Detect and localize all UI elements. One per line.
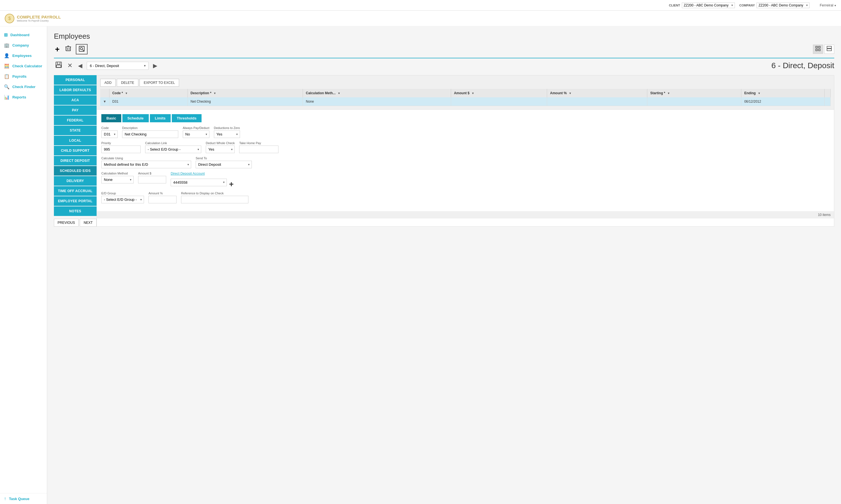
record-title: 6 - Direct, Deposit — [771, 61, 834, 70]
amount-pct-input[interactable] — [149, 196, 176, 203]
tab-schedule[interactable]: Schedule — [122, 114, 149, 122]
list-view-button[interactable] — [824, 44, 834, 54]
sidebar-item-label: Reports — [12, 95, 26, 99]
calc-method-select[interactable]: None Fixed Amount Percentage — [101, 176, 134, 183]
col-description: Description * ▼ — [188, 89, 303, 97]
dd-account-select[interactable]: 4445558 — [171, 179, 227, 186]
add-dd-account-button[interactable]: + — [229, 180, 234, 188]
sidebar-item-employees[interactable]: 👤 Employees — [0, 51, 47, 61]
subnav-labor-defaults[interactable]: LABOR DEFAULTS — [54, 85, 97, 95]
sidebar: ⊞ Dashboard 🏢 Company 👤 Employees 🧮 Chec… — [0, 26, 47, 504]
amount-dollar-input[interactable] — [138, 176, 166, 183]
record-selector-wrap[interactable]: 6 - Direct, Deposit — [87, 62, 149, 70]
col-starting: Starting * ▼ — [647, 89, 741, 97]
sidebar-item-reports[interactable]: 📊 Reports — [0, 92, 47, 102]
form-group-amount-dollar: Amount $ — [138, 172, 166, 183]
calc-link-select[interactable]: - Select E/D Group - — [145, 146, 201, 153]
deductions-zero-select[interactable]: Yes No — [214, 130, 240, 138]
form-group-dd-account: Direct Deposit Account 4445558 + — [171, 172, 238, 188]
description-input[interactable] — [122, 130, 178, 138]
client-select[interactable]: ZZ200 - ABC Demo Company — [682, 2, 735, 8]
amt-pct-filter-icon[interactable]: ▼ — [569, 92, 571, 95]
row-code: D31 — [109, 97, 188, 106]
svg-rect-12 — [816, 49, 818, 51]
cancel-button[interactable]: ✕ — [66, 61, 73, 70]
table-add-button[interactable]: ADD — [100, 79, 116, 87]
user-menu[interactable]: Ferreiral — [820, 3, 837, 7]
table-row[interactable]: ▼ D31 Net Checking None 06/12/2012 — [100, 97, 830, 106]
subnav-employee-portal[interactable]: EMPLOYEE PORTAL — [54, 196, 97, 206]
form-row-2: Priority Calculation Link - Select E/D G… — [101, 141, 829, 153]
logo-sub: Welcome To Payroll Country — [17, 19, 61, 22]
form-group-deduct-whole: Deduct Whole Check Yes No — [206, 141, 235, 153]
company-select[interactable]: ZZ200 - ABC Demo Company — [756, 2, 810, 8]
scroll-col — [825, 89, 830, 97]
record-select[interactable]: 6 - Direct, Deposit — [87, 62, 149, 70]
sidebar-item-check-calculator[interactable]: 🧮 Check Calculator — [0, 61, 47, 71]
deduct-whole-select[interactable]: Yes No — [206, 146, 235, 153]
always-pay-select[interactable]: No Yes — [183, 130, 209, 138]
code-label: Code — [101, 126, 118, 130]
subnav-aca[interactable]: ACA — [54, 95, 97, 105]
take-home-label: Take Home Pay — [239, 141, 278, 145]
subnav-notes[interactable]: NOTES — [54, 206, 97, 216]
ref-display-input[interactable] — [181, 196, 248, 203]
sub-nav: PERSONAL LABOR DEFAULTS ACA PAY FEDERAL … — [54, 75, 97, 227]
sidebar-item-company[interactable]: 🏢 Company — [0, 40, 47, 51]
starting-filter-icon[interactable]: ▼ — [667, 92, 670, 95]
toolbar: + — [54, 44, 834, 58]
prev-record-button[interactable]: ◀ — [76, 62, 84, 70]
search-button[interactable] — [76, 44, 88, 54]
save-button[interactable] — [54, 60, 64, 71]
code-filter-icon[interactable]: ▼ — [125, 92, 128, 95]
grid-view-button[interactable] — [813, 44, 823, 54]
table-export-button[interactable]: EXPORT TO EXCEL — [139, 79, 179, 87]
form-group-calc-method: Calculation Method None Fixed Amount Per… — [101, 172, 134, 183]
subnav-pay[interactable]: PAY — [54, 106, 97, 115]
desc-filter-icon[interactable]: ▼ — [213, 92, 216, 95]
subnav-local[interactable]: LOCAL — [54, 136, 97, 145]
next-record-button[interactable]: ▶ — [151, 62, 159, 70]
tab-basic[interactable]: Basic — [101, 114, 121, 122]
code-select[interactable]: D31 — [101, 130, 118, 138]
subnav-child-support[interactable]: CHILD SUPPORT — [54, 146, 97, 156]
priority-input[interactable] — [101, 146, 141, 153]
sidebar-item-check-finder[interactable]: 🔍 Check Finder — [0, 82, 47, 92]
form-group-send-to: Send To Direct Deposit Check — [196, 157, 252, 168]
subnav-delivery[interactable]: DELIVERY — [54, 176, 97, 186]
send-to-label: Send To — [196, 157, 252, 160]
tab-limits[interactable]: Limits — [150, 114, 171, 122]
sidebar-item-payrolls[interactable]: 📋 Payrolls — [0, 71, 47, 82]
amount-pct-label: Amount % — [149, 192, 176, 195]
always-pay-label: Always Pay/Deduct — [183, 126, 209, 130]
company-selector[interactable]: COMPANY ZZ200 - ABC Demo Company — [739, 2, 810, 8]
ed-group-select[interactable]: - Select E/D Group - — [101, 196, 144, 203]
tab-thresholds[interactable]: Thresholds — [172, 114, 202, 122]
dd-account-link[interactable]: Direct Deposit Account — [171, 172, 238, 176]
subnav-personal[interactable]: PERSONAL — [54, 75, 97, 85]
calc-using-select[interactable]: Method defined for this E/D — [101, 161, 191, 168]
prev-button[interactable]: PREVIOUS — [54, 219, 79, 227]
svg-rect-10 — [816, 46, 818, 48]
form-group-code: Code D31 — [101, 126, 118, 138]
next-button[interactable]: NEXT — [80, 219, 97, 227]
sidebar-item-dashboard[interactable]: ⊞ Dashboard — [0, 30, 47, 40]
send-to-select[interactable]: Direct Deposit Check — [196, 161, 252, 168]
delete-button[interactable] — [64, 45, 72, 54]
amt-dollar-filter-icon[interactable]: ▼ — [471, 92, 475, 95]
take-home-input[interactable] — [239, 146, 278, 153]
subnav-direct-deposit[interactable]: DIRECT DEPOSIT — [54, 156, 97, 165]
svg-rect-11 — [819, 46, 820, 48]
subnav-time-off-accrual[interactable]: TIME OFF ACCRUAL — [54, 186, 97, 196]
client-selector[interactable]: CLIENT ZZ200 - ABC Demo Company — [669, 2, 735, 8]
table-delete-button[interactable]: DELETE — [117, 79, 138, 87]
subnav-federal[interactable]: FEDERAL — [54, 115, 97, 125]
sidebar-task-queue[interactable]: ↑ Task Queue — [0, 493, 47, 504]
svg-point-8 — [80, 48, 83, 50]
subnav-scheduled-eds[interactable]: SCHEDULED E/DS — [54, 166, 97, 176]
subnav-state[interactable]: STATE — [54, 126, 97, 135]
record-nav: ✕ ◀ 6 - Direct, Deposit ▶ 6 - Direct, De… — [54, 60, 834, 71]
add-button[interactable]: + — [54, 44, 61, 54]
ending-filter-icon[interactable]: ▼ — [758, 92, 760, 95]
calc-filter-icon[interactable]: ▼ — [338, 92, 341, 95]
